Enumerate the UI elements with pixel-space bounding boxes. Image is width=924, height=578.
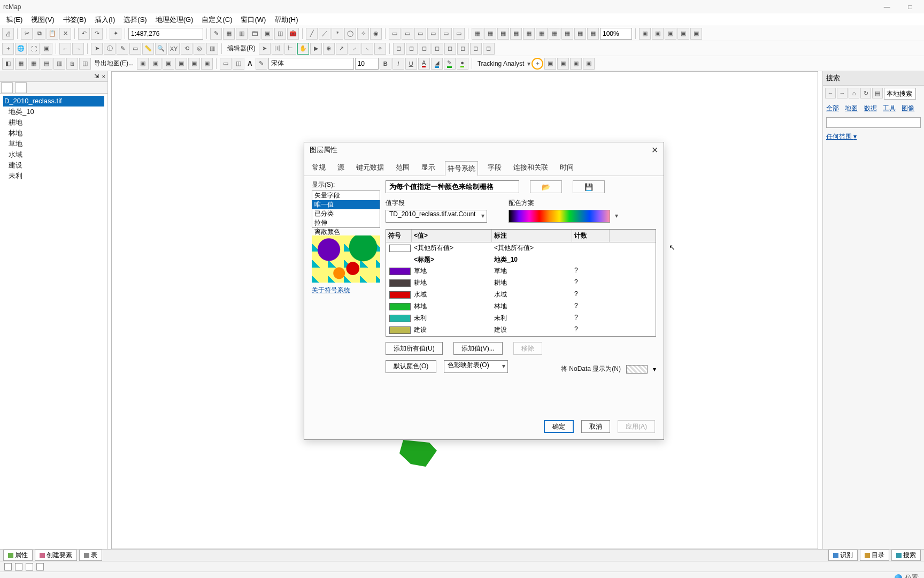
any-extent-dropdown[interactable]: 任何范围 ▾ (826, 132, 921, 141)
tab-properties[interactable]: 属性 (3, 550, 33, 561)
draw-icon[interactable]: ＊ (332, 28, 343, 40)
tab-general[interactable]: 常规 (310, 161, 328, 176)
toc-tab[interactable] (1, 82, 13, 93)
tool-icon[interactable]: ◻ (457, 43, 469, 55)
grid-row[interactable]: 未利未利? (386, 313, 656, 324)
cancel-button[interactable]: 取消 (581, 420, 610, 433)
color-swatch[interactable] (389, 291, 411, 299)
draw-icon[interactable]: ▭ (453, 28, 465, 40)
tab-catalog[interactable]: 目录 (860, 550, 889, 561)
ok-button[interactable]: 确定 (544, 420, 574, 433)
tool-icon[interactable]: ▭ (129, 43, 141, 55)
tool-icon[interactable]: ◻ (444, 43, 456, 55)
filter-tools[interactable]: 工具 (883, 104, 896, 112)
forward-icon[interactable]: → (837, 88, 848, 98)
bold-button[interactable]: B (380, 58, 391, 70)
search-icon[interactable]: 🗔 (249, 28, 260, 40)
layout-icon[interactable]: ◧ (2, 58, 14, 70)
color-swatch[interactable] (389, 303, 411, 310)
tool-icon[interactable]: ◻ (419, 43, 430, 55)
zoom-in-icon[interactable]: ＋ (2, 43, 14, 55)
delete-icon[interactable]: ✕ (59, 28, 71, 40)
grid-row[interactable]: <标题>地类_10 (386, 254, 656, 265)
scale-input[interactable] (128, 28, 203, 40)
tool-icon[interactable]: ◻ (406, 43, 418, 55)
menu-insert[interactable]: 插入(I) (90, 15, 119, 25)
tool-icon[interactable]: ◻ (432, 43, 443, 55)
tool-icon[interactable]: ⊕ (323, 43, 335, 55)
draw-icon[interactable]: ／ (319, 28, 330, 40)
pin-icon[interactable]: ⇲ (94, 73, 99, 80)
menu-edit[interactable]: 辑(E) (2, 15, 27, 25)
grid-row[interactable]: 林地林地? (386, 301, 656, 313)
pause-button[interactable] (36, 563, 44, 571)
text-tool-label[interactable]: A (245, 60, 255, 67)
tool-icon[interactable]: ◻ (393, 43, 405, 55)
layout-icon[interactable]: ▣ (639, 28, 651, 40)
layout-icon[interactable]: ▣ (150, 58, 161, 70)
color-swatch[interactable] (389, 315, 411, 322)
toc-item[interactable]: 耕地 (3, 117, 104, 128)
add-value-button[interactable]: 添加值(V)... (453, 342, 503, 355)
grid-row[interactable]: 水域水域? (386, 289, 656, 301)
toc-item[interactable]: 建设 (3, 160, 104, 171)
tab-search[interactable]: 搜索 (891, 550, 921, 561)
tab-symbology[interactable]: 符号系统 (445, 161, 478, 176)
tool-icon[interactable]: ⟲ (181, 43, 192, 55)
layout-icon[interactable]: ▣ (137, 58, 149, 70)
xy-icon[interactable]: XY (168, 43, 180, 55)
forward-icon[interactable]: → (72, 43, 84, 55)
tool-icon[interactable]: ▣ (544, 58, 556, 70)
marker-color-icon[interactable]: ● (457, 58, 468, 70)
filter-data[interactable]: 数据 (864, 104, 877, 112)
draw-icon[interactable]: ▭ (402, 28, 413, 40)
method-item[interactable]: 拉伸 (312, 218, 380, 227)
tab-create-feature[interactable]: 创建要素 (35, 550, 77, 561)
add-all-values-button[interactable]: 添加所有值(U) (386, 342, 443, 355)
color-swatch[interactable] (389, 268, 411, 275)
tool-icon[interactable]: ◎ (194, 43, 205, 55)
layout-icon[interactable]: ▤ (41, 58, 52, 70)
toc-item[interactable]: 草地 (3, 139, 104, 149)
cut-icon[interactable]: ✂ (21, 28, 33, 40)
model-icon[interactable]: ◫ (274, 28, 286, 40)
info-icon[interactable]: ⓘ (104, 43, 116, 55)
dialog-titlebar[interactable]: 图层属性 ✕ (304, 142, 664, 157)
paste-icon[interactable]: 📋 (47, 28, 58, 40)
close-icon[interactable]: ✕ (651, 145, 658, 155)
filter-maps[interactable]: 地图 (845, 104, 858, 112)
draw-icon[interactable]: ╱ (306, 28, 318, 40)
add-data-icon[interactable]: ✦ (110, 28, 121, 40)
tool-icon[interactable]: ▥ (206, 43, 218, 55)
draw-icon[interactable]: ▭ (389, 28, 401, 40)
grid-icon[interactable]: ▦ (484, 28, 496, 40)
grid-icon[interactable]: ▦ (536, 28, 548, 40)
tool-icon[interactable]: ◻ (483, 43, 495, 55)
tool-icon[interactable]: ⟋ (349, 43, 360, 55)
tool-icon[interactable]: ▣ (583, 58, 595, 70)
tool-icon[interactable]: ✧ (374, 43, 386, 55)
open-button[interactable]: 📂 (530, 180, 562, 193)
toc-tab[interactable] (15, 82, 27, 93)
maximize-button[interactable]: □ (899, 3, 921, 11)
tool-icon[interactable]: ▶ (310, 43, 322, 55)
grid-icon[interactable]: ▦ (561, 28, 573, 40)
add-icon[interactable]: ＋ (532, 58, 543, 70)
toc-item[interactable]: 未利 (3, 171, 104, 181)
layout-icon[interactable]: ▣ (163, 58, 174, 70)
measure-icon[interactable]: 📏 (142, 43, 154, 55)
tracking-analyst-label[interactable]: Tracking Analyst (475, 60, 527, 67)
method-item[interactable]: 已分类 (312, 209, 380, 218)
tool-icon[interactable]: ✎ (117, 43, 128, 55)
layout-icon[interactable]: ▥ (53, 58, 65, 70)
toolbox-icon[interactable]: 🧰 (287, 28, 299, 40)
save-button[interactable]: 💾 (573, 180, 605, 193)
method-item[interactable]: 矢量字段 (312, 191, 380, 200)
tab-fields[interactable]: 字段 (486, 161, 504, 176)
layout-icon[interactable]: ▣ (188, 58, 200, 70)
select-icon[interactable]: ▣ (41, 43, 52, 55)
grid-icon[interactable]: ▦ (497, 28, 509, 40)
value-grid[interactable]: 符号 <值> 标注 计数 <其他所有值><其他所有值><标题>地类_10草地草地… (386, 229, 656, 337)
toc-tree[interactable]: D_2010_reclass.tif 地类_10 耕地 林地 草地 水域 建设 … (0, 94, 107, 184)
menu-help[interactable]: 帮助(H) (270, 15, 302, 25)
